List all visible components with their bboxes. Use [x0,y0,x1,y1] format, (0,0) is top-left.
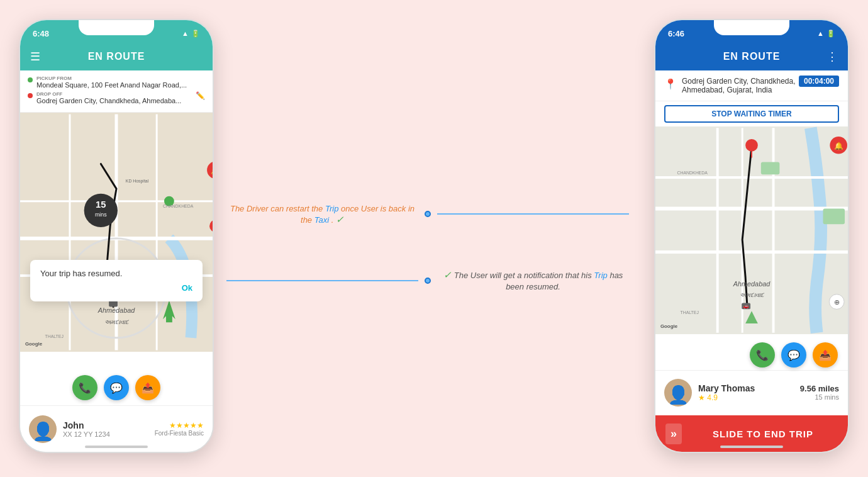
driver-car-left: Ford-Fiesta Basic [155,430,204,437]
driver-name-left: John [63,420,110,430]
svg-text:CHANDKHEDA: CHANDKHEDA [677,171,708,175]
driver-avatar-left: 👤 [29,415,57,443]
left-status-icons: ▲ 🔋 [182,30,200,38]
driver-rating-right: ★ 4.9 [698,393,800,402]
left-phone: 6:48 ▲ 🔋 ☰ EN ROUTE PICKUP FROM Mondeal … [19,19,214,453]
svg-rect-14 [109,301,118,307]
svg-text:15: 15 [96,200,106,210]
svg-text:🔔: 🔔 [211,166,213,175]
pickup-address: Mondeal Square, 100 Feet Anand Nagar Roa… [36,81,187,89]
svg-text:Ahmedabad: Ahmedabad [733,280,771,288]
annotation-top: The Driver can restart the Trip once Use… [226,203,629,225]
svg-text:Google: Google [25,341,43,347]
left-map-svg: 15 mins 🔔 Google KD Hospital Ahmedabad અ… [20,113,213,352]
left-driver-bar: 👤 John XX 12 YY 1234 ★★★★★ Ford-Fiesta B… [20,405,213,452]
svg-text:🔔: 🔔 [834,142,843,150]
dropoff-address: Godrej Garden City, Chandkheda, Ahmedaba… [36,97,192,104]
svg-text:THALTEJ: THALTEJ [45,334,63,339]
svg-text:Google: Google [660,323,678,329]
left-home-indicator [85,446,148,448]
right-map-svg: 🚗 Ahmedabad અમદાવાદ 🔔 Google CHANDKHEDA … [655,126,848,334]
svg-text:CHANDKHEDA: CHANDKHEDA [163,204,194,208]
svg-text:THALTEJ: THALTEJ [680,310,698,315]
share-button-right[interactable]: 📤 [813,342,838,368]
left-notch [79,20,154,35]
right-wifi-icon: ▲ [817,30,824,37]
annotation-top-trip: Trip [325,204,338,213]
left-time: 6:48 [33,29,49,38]
driver-avatar-right: 👤 [664,379,692,407]
slide-arrows: » [665,424,682,444]
right-action-buttons: 📞 💬 📤 [750,342,838,368]
trip-resumed-dialog: Your trip has resumed. Ok [30,260,203,301]
menu-icon[interactable]: ☰ [30,50,40,64]
svg-text:🚗: 🚗 [743,303,749,309]
annotations-area: The Driver can restart the Trip once Use… [220,0,635,477]
svg-point-32 [745,139,758,152]
right-route-info: 📍 Godrej Garden City, Chandkheda, Ahmeda… [655,70,848,101]
left-header-title: EN ROUTE [88,51,145,62]
driver-rating-left: ★★★★★ [155,421,204,430]
left-action-buttons: 📞 💬 📤 [72,375,160,400]
svg-point-9 [84,194,118,227]
annotation-top-taxi: Taxi [314,215,329,225]
dropoff-dot [28,93,33,98]
right-time: 6:46 [668,29,684,38]
driver-avatar-right-icon: 👤 [667,384,689,405]
svg-text:અમદાવાદ: અમદાવાદ [104,318,129,325]
pickup-label: PICKUP FROM [36,76,187,81]
svg-text:mins: mins [95,211,107,218]
left-map-bg: 15 mins 🔔 Google KD Hospital Ahmedabad અ… [20,113,213,352]
slide-label: SLIDE TO END TRIP [688,429,838,439]
driver-eta-right: 15 mins [800,393,839,401]
ok-button[interactable]: Ok [40,283,192,293]
connector-dot-top [425,211,431,217]
stop-waiting-button[interactable]: STOP WAITING TIMER [664,105,839,123]
connector-line-bottom [226,280,418,281]
right-map: 🚗 Ahmedabad અમદાવાદ 🔔 Google CHANDKHEDA … [655,126,848,334]
annotation-top-before: The Driver can restart the [230,204,325,213]
more-icon[interactable]: ⋮ [826,50,838,64]
svg-rect-31 [823,208,845,224]
pickup-row: PICKUP FROM Mondeal Square, 100 Feet Ana… [28,76,205,89]
svg-text:અમદાવાદ: અમદાવાદ [740,291,764,298]
share-button-left[interactable]: 📤 [135,375,160,400]
chat-button-right[interactable]: 💬 [781,342,806,368]
timer-badge: 00:04:00 [799,76,839,87]
right-home-indicator [720,446,783,448]
battery-icon: 🔋 [191,30,200,38]
trip-resumed-message: Your trip has resumed. [40,269,192,278]
right-map-bg: 🚗 Ahmedabad અમદાવાદ 🔔 Google CHANDKHEDA … [655,126,848,334]
driver-plate-left: XX 12 YY 1234 [63,430,110,438]
location-icon: 📍 [664,78,677,90]
edit-icon[interactable]: ✏️ [196,91,205,100]
annotation-bottom: ✓ The User will get a notification that … [226,269,629,292]
phone-button-left[interactable]: 📞 [72,375,97,400]
right-driver-bar: 👤 Mary Thomas ★ 4.9 9.56 miles 15 mins [655,370,848,414]
driver-info-left: John XX 12 YY 1234 [63,420,110,438]
driver-distance-info: 9.56 miles 15 mins [800,384,839,401]
svg-text:KD Hospital: KD Hospital [126,179,149,184]
check-icon-bottom: ✓ [443,269,454,280]
connector-line-top [437,213,629,215]
svg-text:Ahmedabad: Ahmedabad [97,306,135,314]
phone-button-right[interactable]: 📞 [750,342,775,368]
annotation-top-after: . [331,215,334,225]
svg-text:⊕: ⊕ [834,298,840,306]
svg-rect-30 [761,162,780,174]
chat-button-left[interactable]: 💬 [104,375,129,400]
pickup-dot [28,77,33,82]
annotation-bottom-trip: Trip [594,271,607,280]
annotation-bottom-text: ✓ The User will get a notification that … [443,271,623,291]
right-header-title: EN ROUTE [723,51,781,62]
left-map: 15 mins 🔔 Google KD Hospital Ahmedabad અ… [20,113,213,352]
right-battery-icon: 🔋 [826,30,835,38]
annotation-bottom-before: The User will get a notification that hi… [454,271,594,280]
right-phone: 6:46 ▲ 🔋 EN ROUTE ⋮ 📍 Godrej Garden City… [654,19,849,453]
left-header: ☰ EN ROUTE [20,43,213,70]
wifi-icon: ▲ [182,30,189,37]
driver-name-right: Mary Thomas [698,383,800,393]
right-notch [714,20,789,35]
driver-info-right: Mary Thomas ★ 4.9 [698,383,800,402]
arrows-icon: » [670,427,677,440]
